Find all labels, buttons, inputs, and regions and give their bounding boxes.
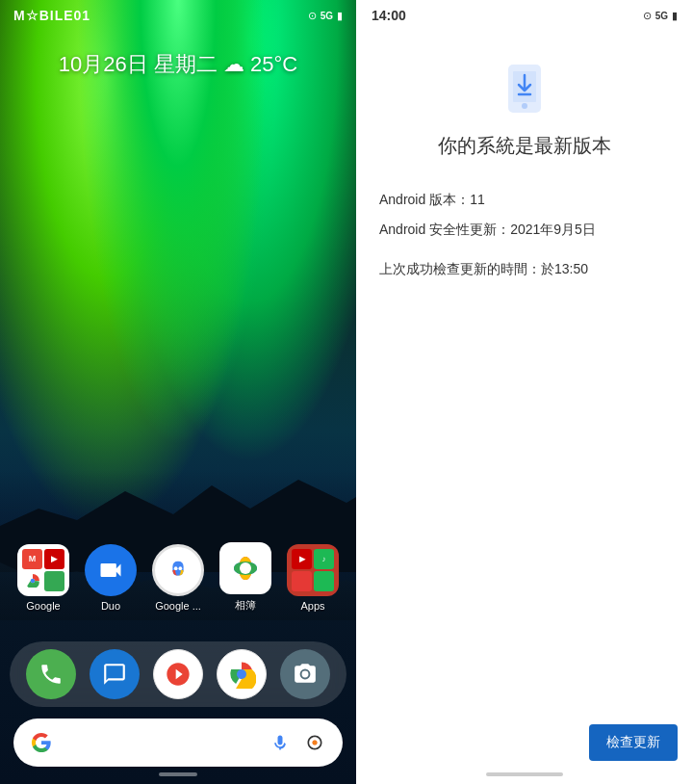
svg-point-15 xyxy=(522,103,527,109)
assistant-icon xyxy=(152,544,204,596)
svg-point-2 xyxy=(174,566,178,570)
apps-grid: M ▶ Google xyxy=(0,542,356,620)
right-status-icons: ⊙ 5G ▮ xyxy=(643,10,678,22)
app-item-google[interactable]: M ▶ Google xyxy=(12,544,75,612)
android-version-row: Android 版本：11 xyxy=(379,190,670,210)
right-eye-icon: ⊙ xyxy=(643,10,652,22)
right-content: 你的系統是最新版本 Android 版本：11 Android 安全性更新：20… xyxy=(356,31,693,784)
app-item-duo[interactable]: Duo xyxy=(79,544,142,612)
right-battery-icon: ▮ xyxy=(672,10,678,22)
date-text: 10月26日 星期二 ☁ 25°C xyxy=(0,50,356,79)
dock-messages[interactable] xyxy=(90,649,140,699)
lens-icon[interactable] xyxy=(302,730,327,755)
app-item-apps[interactable]: ▶ ♪ Apps xyxy=(281,544,345,612)
svg-point-10 xyxy=(237,669,246,679)
chrome-mini-icon xyxy=(22,571,42,591)
signal-5g-icon: 5G xyxy=(321,11,333,21)
last-check-row: 上次成功檢查更新的時間：於13:50 xyxy=(379,259,670,279)
app-label-photos: 相簿 xyxy=(235,598,256,613)
battery-icon: ▮ xyxy=(337,10,343,22)
photos-icon xyxy=(219,542,271,594)
update-info: Android 版本：11 Android 安全性更新：2021年9月5日 上次… xyxy=(379,190,670,279)
left-panel: M☆BILE01 ⊙ 5G ▮ 10月26日 星期二 ☁ 25°C M ▶ xyxy=(0,0,356,784)
dock-chrome[interactable] xyxy=(217,649,267,699)
right-status-bar: 14:00 ⊙ 5G ▮ xyxy=(356,0,693,31)
swipe-indicator xyxy=(159,772,197,776)
system-update-icon xyxy=(496,60,553,118)
right-panel: 14:00 ⊙ 5G ▮ xyxy=(356,0,693,784)
youtube-mini-icon: ▶ xyxy=(44,549,64,569)
svg-point-3 xyxy=(178,566,182,570)
app-label-google: Google xyxy=(26,600,60,612)
app-label-duo: Duo xyxy=(101,600,120,612)
svg-point-0 xyxy=(30,579,35,584)
app-row-1: M ▶ Google xyxy=(10,542,346,613)
dock xyxy=(10,641,346,707)
left-status-bar: M☆BILE01 ⊙ 5G ▮ xyxy=(0,0,356,31)
brand-logo: M☆BILE01 xyxy=(13,8,90,23)
maps-mini-icon xyxy=(44,571,64,591)
date-widget: 10月26日 星期二 ☁ 25°C xyxy=(0,50,356,79)
right-nav-indicator xyxy=(486,772,563,776)
dock-phone[interactable] xyxy=(26,649,76,699)
apps-icon: ▶ ♪ xyxy=(287,544,339,596)
gmail-mini-icon: M xyxy=(22,549,42,569)
check-update-button[interactable]: 檢查更新 xyxy=(589,724,678,761)
app-label-assistant: Google ... xyxy=(155,600,201,612)
left-status-icons: ⊙ 5G ▮ xyxy=(308,10,343,22)
app-item-assistant[interactable]: Google ... xyxy=(146,544,210,612)
app-label-apps: Apps xyxy=(300,600,324,612)
google-g-icon xyxy=(29,730,54,755)
update-title: 你的系統是最新版本 xyxy=(379,133,670,159)
update-icon-container xyxy=(379,60,670,118)
security-update-row: Android 安全性更新：2021年9月5日 xyxy=(379,220,670,240)
mic-icon[interactable] xyxy=(268,730,293,755)
duo-icon xyxy=(85,544,137,596)
right-time: 14:00 xyxy=(372,8,406,23)
google-folder-icon: M ▶ xyxy=(17,544,69,596)
svg-point-8 xyxy=(240,562,251,574)
eye-icon: ⊙ xyxy=(308,10,317,22)
dock-play[interactable] xyxy=(153,649,203,699)
search-bar[interactable] xyxy=(13,719,343,767)
right-5g-icon: 5G xyxy=(655,11,668,21)
app-item-photos[interactable]: 相簿 xyxy=(214,542,277,613)
dock-camera[interactable] xyxy=(280,649,330,699)
